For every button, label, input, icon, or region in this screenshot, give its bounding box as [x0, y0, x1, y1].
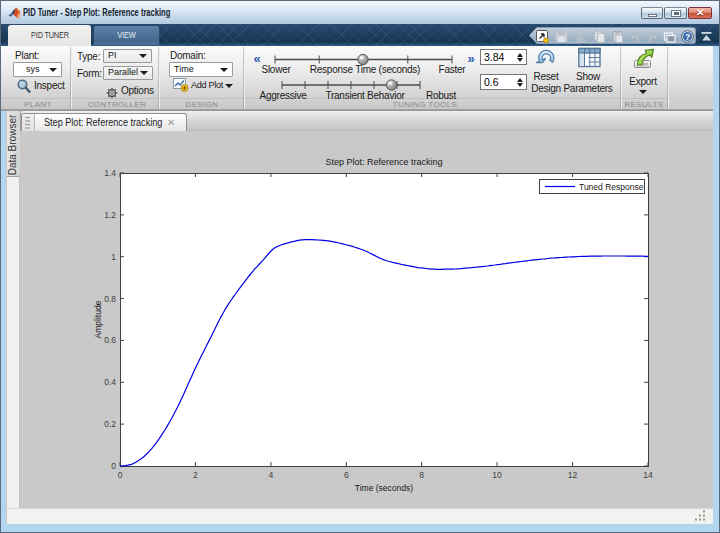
svg-text:12: 12 — [568, 470, 578, 480]
svg-text:Amplitude: Amplitude — [93, 300, 103, 338]
svg-text:Step Plot: Reference tracking: Step Plot: Reference tracking — [325, 157, 442, 167]
svg-text:6: 6 — [344, 470, 349, 480]
svg-text:0: 0 — [118, 470, 123, 480]
svg-text:0.6: 0.6 — [104, 335, 116, 345]
svg-text:1.4: 1.4 — [104, 168, 116, 178]
svg-text:0: 0 — [111, 461, 116, 471]
svg-text:Time (seconds): Time (seconds) — [355, 483, 413, 493]
svg-text:0.2: 0.2 — [104, 419, 116, 429]
svg-text:4: 4 — [269, 470, 274, 480]
svg-text:1.2: 1.2 — [104, 210, 116, 220]
svg-text:10: 10 — [492, 470, 502, 480]
svg-text:1: 1 — [111, 252, 116, 262]
svg-text:0.8: 0.8 — [104, 294, 116, 304]
svg-text:2: 2 — [193, 470, 198, 480]
svg-text:0.4: 0.4 — [104, 377, 116, 387]
svg-text:14: 14 — [643, 470, 653, 480]
svg-text:8: 8 — [419, 470, 424, 480]
svg-text:Tuned Response: Tuned Response — [579, 182, 644, 192]
